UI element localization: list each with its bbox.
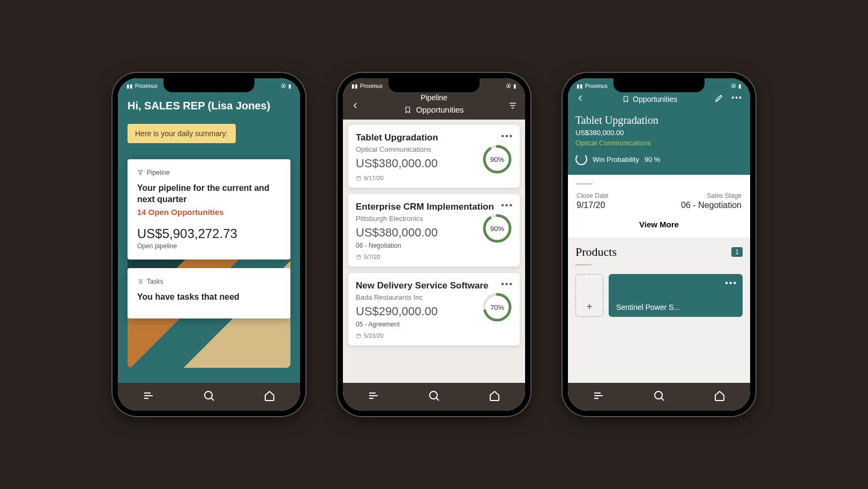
product-name: Sentinel Power S... bbox=[616, 303, 680, 312]
close-date-value: 9/17/20 bbox=[577, 201, 605, 210]
bottom-nav bbox=[343, 383, 525, 411]
bookmark-icon bbox=[622, 95, 630, 103]
card-chip: Tasks bbox=[137, 278, 281, 285]
win-probability-label: Win Probability bbox=[593, 155, 639, 164]
opportunity-card[interactable]: ••• Tablet Upgradation Optical Communica… bbox=[348, 125, 520, 188]
calendar-icon bbox=[356, 333, 362, 339]
tasks-card-title: You have tasks that need bbox=[137, 292, 281, 303]
win-probability-row: Win Probability 90 % bbox=[575, 153, 743, 165]
chevron-left-icon bbox=[350, 101, 360, 110]
open-opportunities-count: 14 Open Opportunities bbox=[137, 208, 281, 217]
menu-icon bbox=[367, 389, 380, 402]
win-probability-value: 90% bbox=[490, 225, 504, 233]
home-button[interactable] bbox=[713, 389, 726, 404]
calendar-icon bbox=[356, 254, 362, 260]
search-button[interactable] bbox=[653, 389, 665, 404]
opportunity-date: 9/17/20 bbox=[356, 175, 512, 181]
plus-icon: + bbox=[586, 301, 593, 313]
tasks-summary-card[interactable]: Tasks You have tasks that need bbox=[128, 268, 290, 319]
battery-icon: ▮ bbox=[288, 83, 291, 89]
win-probability-value: 90 % bbox=[645, 155, 661, 164]
more-button[interactable]: ••• bbox=[731, 93, 743, 105]
opportunity-amount: US$380,000.00 bbox=[575, 129, 743, 137]
chevron-left-icon bbox=[575, 93, 585, 103]
signal-icon: ▮▮ bbox=[126, 83, 133, 89]
opportunity-name: Tablet Upgradation bbox=[356, 132, 512, 143]
section-underline bbox=[575, 264, 592, 265]
add-product-button[interactable]: + bbox=[575, 274, 603, 317]
header-pipeline-label: Pipeline bbox=[350, 93, 518, 102]
search-button[interactable] bbox=[428, 389, 440, 404]
search-icon bbox=[203, 389, 215, 402]
header-opportunities-label: Opportunities bbox=[416, 105, 463, 114]
svg-rect-1 bbox=[357, 176, 361, 180]
card-more-button[interactable]: ••• bbox=[501, 131, 513, 141]
carrier-label: Proximus bbox=[360, 83, 383, 89]
bottom-nav bbox=[118, 383, 300, 411]
opportunity-company: Optical Communications bbox=[575, 139, 743, 147]
svg-rect-4 bbox=[357, 255, 361, 259]
notch bbox=[163, 78, 255, 92]
open-pipeline-amount: US$5,903,272.73 bbox=[137, 226, 281, 241]
pipeline-summary-card[interactable]: Pipeline Your pipeline for the current a… bbox=[128, 159, 290, 260]
filter-lines-icon bbox=[508, 101, 518, 110]
svg-point-11 bbox=[655, 391, 662, 399]
svg-point-0 bbox=[205, 391, 212, 399]
bookmark-icon bbox=[404, 106, 411, 114]
opportunity-card[interactable]: ••• Enterprise CRM Implementation Pittsb… bbox=[348, 194, 520, 266]
menu-button[interactable] bbox=[367, 389, 380, 404]
opportunities-list[interactable]: ••• Tablet Upgradation Optical Communica… bbox=[343, 120, 525, 411]
home-icon bbox=[488, 389, 501, 402]
menu-button[interactable] bbox=[142, 389, 155, 404]
view-more-button[interactable]: View More bbox=[577, 220, 742, 229]
pipeline-card-title: Your pipeline for the current and next q… bbox=[137, 183, 281, 205]
svg-point-10 bbox=[430, 391, 437, 399]
notch bbox=[388, 78, 480, 92]
search-button[interactable] bbox=[203, 389, 215, 404]
edit-button[interactable] bbox=[714, 93, 724, 105]
pencil-icon bbox=[714, 93, 724, 103]
win-probability-value: 70% bbox=[490, 303, 504, 312]
card-chip: Pipeline bbox=[137, 169, 281, 176]
card-more-button[interactable]: ••• bbox=[501, 201, 513, 210]
products-heading: Products bbox=[575, 245, 617, 259]
open-pipeline-label: Open pipeline bbox=[137, 242, 281, 250]
opportunity-name: New Delivery Service Software bbox=[356, 280, 512, 291]
sales-stage-label: Sales Stage bbox=[707, 192, 742, 199]
menu-button[interactable] bbox=[592, 389, 605, 404]
bluetooth-icon: ⦿ bbox=[506, 83, 511, 89]
card-more-button[interactable]: ••• bbox=[501, 279, 513, 289]
home-icon bbox=[713, 389, 726, 402]
win-probability-ring: 90% bbox=[482, 144, 512, 174]
back-button[interactable] bbox=[350, 101, 360, 113]
win-probability-ring: 90% bbox=[482, 213, 512, 243]
menu-icon bbox=[592, 389, 605, 402]
product-more-button[interactable]: ••• bbox=[725, 278, 737, 288]
notch bbox=[613, 78, 705, 92]
close-date-label: Close Date bbox=[577, 192, 608, 199]
detail-header: Opportunities ••• Tablet Upgradation US$… bbox=[568, 78, 750, 175]
greeting-text: Hi, SALES REP (Lisa Jones) bbox=[128, 100, 290, 112]
opportunity-card[interactable]: ••• New Delivery Service Software Bada R… bbox=[348, 273, 520, 345]
menu-icon bbox=[142, 389, 155, 402]
details-section: Close Date Sales Stage 9/17/20 06 - Nego… bbox=[568, 175, 750, 238]
win-probability-value: 90% bbox=[490, 155, 504, 164]
home-button[interactable] bbox=[488, 389, 501, 404]
daily-summary-pill: Here is your daily summary: bbox=[128, 124, 236, 143]
signal-icon: ▮▮ bbox=[351, 83, 358, 89]
product-card[interactable]: ••• Sentinel Power S... bbox=[609, 274, 743, 317]
svg-rect-7 bbox=[357, 334, 361, 338]
phone-opportunities-list: ▮▮Proximus ⦿▮ Pipeline Opportunities •••… bbox=[338, 73, 530, 416]
home-icon bbox=[263, 389, 276, 402]
bluetooth-icon: ⦿ bbox=[281, 83, 286, 89]
products-section: Products 1 + ••• Sentinel Power S... bbox=[568, 238, 750, 324]
calendar-icon bbox=[356, 175, 362, 181]
battery-icon: ▮ bbox=[738, 83, 742, 89]
home-button[interactable] bbox=[263, 389, 276, 404]
header-opportunities-label: Opportunities bbox=[633, 95, 677, 103]
back-button[interactable] bbox=[575, 93, 585, 105]
filter-button[interactable] bbox=[508, 101, 518, 113]
chip-label: Pipeline bbox=[147, 169, 170, 176]
phone-home: ▮▮Proximus ⦿▮ Hi, SALES REP (Lisa Jones)… bbox=[113, 73, 305, 416]
search-icon bbox=[653, 389, 665, 402]
